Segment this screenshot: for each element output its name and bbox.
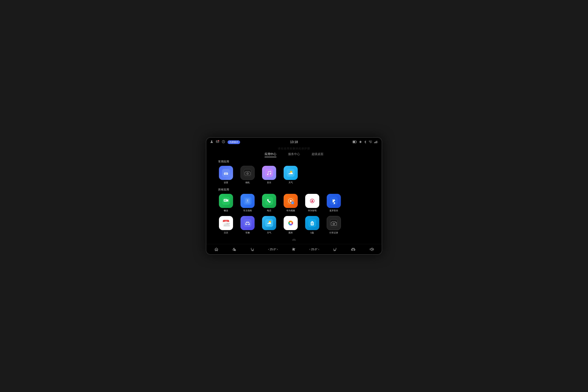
status-bar: 内屏模式 13:18 — [206, 138, 382, 146]
app-huawei-drive[interactable]: 华为智驾 — [304, 194, 320, 212]
svg-rect-65 — [248, 222, 249, 223]
app-camera[interactable]: 相机 — [240, 166, 256, 184]
cloud-weather-icon — [262, 216, 276, 230]
music-label: 音乐 — [267, 181, 271, 184]
temp-right-increase[interactable]: › — [318, 248, 319, 251]
svg-rect-61 — [244, 219, 252, 227]
music-icon — [262, 166, 276, 180]
app-usb[interactable]: U盘 — [304, 216, 320, 234]
svg-point-2 — [218, 140, 219, 141]
section-title-all: 所有应用 — [218, 188, 370, 192]
app-music[interactable]: 音乐 — [261, 166, 277, 184]
seat-heat-left-button[interactable] — [232, 247, 236, 252]
app-huawei-video[interactable]: P 华为视频 — [283, 194, 298, 212]
svg-point-84 — [336, 222, 336, 223]
cloud-weather-label: 天气 — [267, 231, 271, 234]
settings-icon — [219, 166, 233, 180]
svg-rect-36 — [224, 199, 227, 202]
app-car-info[interactable]: 车辆 — [240, 216, 256, 234]
nfc-indicator — [206, 238, 382, 244]
signal-icon: 4G — [374, 140, 378, 144]
dashcam-label: 行车记录 — [330, 231, 338, 234]
bluetooth-music-label: 蓝牙音乐 — [330, 209, 338, 212]
weather-icon — [284, 166, 298, 180]
guide-label: 车主指南 — [243, 209, 252, 212]
clock-icon[interactable] — [222, 140, 225, 144]
status-left: 内屏模式 — [210, 140, 264, 144]
screen-content: 内屏模式 13:18 — [206, 138, 382, 254]
fan-button[interactable] — [292, 247, 296, 252]
svg-point-26 — [270, 173, 271, 174]
huawei-video-label: 华为视频 — [286, 209, 295, 212]
app-dashcam[interactable]: 行车记录 — [326, 216, 342, 234]
svg-rect-5 — [353, 141, 355, 143]
app-bluetooth-music[interactable]: 蓝牙音乐 — [326, 194, 342, 212]
svg-text:8  9 10 11 12 13 14: 8 9 10 11 12 13 14 — [224, 225, 230, 226]
mode-badge[interactable]: 内屏模式 — [228, 140, 240, 144]
temp-left-decrease[interactable]: ‹ — [268, 248, 269, 251]
usb-icon — [305, 216, 319, 230]
svg-text:4G: 4G — [377, 142, 378, 143]
common-apps-row: 设置 相机 — [218, 166, 370, 184]
app-photos[interactable]: 图库 — [283, 216, 298, 234]
home-button[interactable] — [214, 247, 218, 252]
tab-app-center[interactable]: 应用中心 — [264, 152, 276, 157]
svg-rect-15 — [222, 169, 230, 177]
temp-right-control[interactable]: ‹ 25.0° › — [310, 248, 319, 251]
svg-rect-16 — [224, 173, 226, 174]
car-info-icon — [240, 216, 254, 230]
section-title-common: 常用应用 — [218, 160, 370, 164]
bottom-bar: ‹ 25.0° › ‹ 25.0° › — [206, 244, 382, 254]
svg-marker-90 — [370, 248, 372, 251]
svg-rect-13 — [376, 141, 377, 143]
svg-rect-11 — [375, 142, 376, 143]
app-cloud-weather[interactable]: 天气 — [261, 216, 277, 234]
app-owner-guide[interactable]: i 车主指南 — [240, 194, 256, 212]
message-icon[interactable] — [216, 140, 219, 144]
temp-right-decrease[interactable]: ‹ — [310, 248, 310, 251]
tab-service-center[interactable]: 服务中心 — [288, 152, 300, 157]
vibrate-icon — [359, 140, 362, 144]
car-exterior-button[interactable] — [351, 247, 356, 252]
watermark-text: 请在使用前撕掉此保护膜 — [206, 146, 382, 151]
seat-left-button[interactable] — [250, 247, 254, 252]
all-apps-row-1: 畅连 i 车主指南 — [218, 194, 370, 212]
svg-text:i: i — [247, 199, 248, 202]
dashcam-icon — [327, 216, 341, 230]
clock-display: 13:18 — [290, 140, 298, 144]
profile-icon[interactable] — [210, 140, 214, 144]
svg-point-25 — [267, 174, 268, 175]
svg-text:日历: 日历 — [224, 221, 228, 222]
svg-rect-79 — [311, 224, 313, 224]
weather-label: 天气 — [288, 181, 293, 184]
status-center: 13:18 — [266, 140, 321, 144]
wifi-icon — [369, 140, 372, 144]
calendar-label: 日历 — [224, 231, 228, 234]
usb-label: U盘 — [310, 231, 314, 234]
volume-button[interactable] — [370, 247, 374, 252]
camera-icon — [240, 166, 254, 180]
svg-rect-77 — [311, 223, 313, 223]
svg-point-23 — [247, 173, 248, 174]
app-weather[interactable]: 天气 — [283, 166, 298, 184]
svg-rect-42 — [265, 197, 273, 205]
temp-left-increase[interactable]: › — [277, 248, 278, 251]
svg-rect-7 — [360, 141, 361, 143]
svg-point-0 — [211, 140, 212, 142]
app-phone[interactable]: 电话 — [261, 194, 277, 212]
temp-left-value: 25.0° — [270, 248, 276, 251]
seat-right-button[interactable] — [333, 247, 337, 252]
camera-label: 相机 — [246, 181, 250, 184]
svg-point-73 — [290, 222, 291, 224]
app-changian[interactable]: 畅连 — [218, 194, 234, 212]
app-settings[interactable]: 设置 — [218, 166, 234, 184]
svg-point-88 — [352, 250, 352, 250]
svg-rect-37 — [224, 200, 226, 200]
app-calendar[interactable]: 日历 一二三四五六日 1 2 3 4 5 6 7 8 9 10 11 12 13… — [218, 216, 234, 234]
huawei-drive-icon — [305, 194, 319, 208]
temp-left-control[interactable]: ‹ 25.0° › — [268, 248, 278, 251]
svg-point-51 — [312, 200, 313, 202]
svg-rect-64 — [246, 222, 247, 223]
tab-super-desktop[interactable]: 超级桌面 — [312, 152, 324, 157]
car-screen: 内屏模式 13:18 — [206, 137, 382, 255]
